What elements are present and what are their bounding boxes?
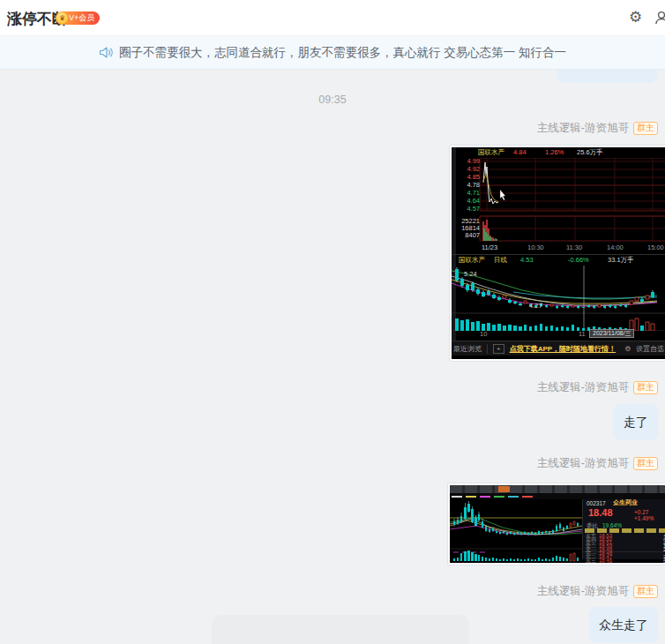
ma-dash <box>494 496 504 498</box>
quote-panel: 002317 众生药业 18.48 +0.27 +1.49% 委比 19.64%… <box>582 499 665 559</box>
stock-chart-content: 002317 众生药业 18.48 +0.27 +1.49% 委比 19.64%… <box>450 485 665 563</box>
stock-chart-image-zhongsheng[interactable]: 002317 众生药业 18.48 +0.27 +1.49% 委比 19.64%… <box>448 483 665 565</box>
chat-window: 涨停不断 ♛V+会员 ⚙ 圈子不需要很大，志同道合就行，朋友不需要很多，真心就行… <box>0 0 665 644</box>
price-tick: 4.64 <box>459 198 480 205</box>
weibi-label: 委比 <box>587 522 598 528</box>
time-tick: 14:00 <box>607 244 624 251</box>
vip-badge-label: V+会员 <box>69 13 94 22</box>
header: 涨停不断 ♛V+会员 ⚙ <box>0 0 665 36</box>
owner-badge: 群主 <box>633 585 658 598</box>
message-bubble[interactable]: 走了 <box>614 404 658 440</box>
price-tick: 4.85 <box>459 174 480 181</box>
members-icon[interactable] <box>654 10 665 26</box>
gear-icon[interactable]: ⚙ <box>629 10 642 26</box>
month-tick: 11 <box>579 331 586 338</box>
price-tick: 4.71 <box>459 190 480 197</box>
toolbar-divider <box>487 344 488 354</box>
chart-divider <box>452 254 665 255</box>
chart-bottom-fill <box>452 356 665 359</box>
price-tick: 4.78 <box>459 182 480 189</box>
sender-row: 主线逻辑-游资旭哥 群主 <box>537 122 658 135</box>
announcement-bar[interactable]: 圈子不需要很大，志同道合就行，朋友不需要很多，真心就行 交易心态第一 知行合一 <box>0 36 665 70</box>
stock-change: +0.27 <box>634 509 648 515</box>
high-price-label: 5.24 <box>464 271 477 278</box>
ma-dash <box>522 496 533 498</box>
orderbook-row: 买四18.45820 <box>583 563 665 564</box>
ob-label: 买四 <box>586 562 599 563</box>
banner-strip <box>585 528 665 533</box>
owner-badge: 群主 <box>633 381 658 394</box>
time-tick: 10:30 <box>527 244 544 251</box>
ma-dash <box>480 496 490 498</box>
settings-gear-icon: ⚙ <box>624 345 631 353</box>
stock-code: 002317 <box>587 500 606 506</box>
timestamp: 09:35 <box>0 94 665 106</box>
stock-price: 4.84 <box>513 149 527 156</box>
stock-pct: +1.49% <box>634 515 654 521</box>
price-tick: 4.92 <box>459 166 480 173</box>
stock-volume: 25.6万手 <box>577 149 603 156</box>
sender-row: 主线逻辑-游资旭哥 群主 <box>537 381 658 394</box>
toolbar-active-chip <box>498 486 510 492</box>
date-label: 2023/11/08/三 <box>589 329 634 338</box>
stock-name: 国联水产 <box>478 149 504 156</box>
recent-button[interactable]: 最近浏览 <box>453 344 482 354</box>
ma-dash <box>508 496 519 498</box>
sender-name[interactable]: 主线逻辑-游资旭哥 <box>537 121 629 136</box>
sender-row: 主线逻辑-游资旭哥 群主 <box>537 585 658 598</box>
time-tick: 11/23 <box>482 244 497 251</box>
ob-price: 18.45 <box>599 562 620 563</box>
stock-pct: -0.66% <box>568 257 589 264</box>
stock-price: 18.48 <box>588 507 613 518</box>
stock-price: 4.53 <box>520 257 534 264</box>
stock-pct: 1.26% <box>545 149 564 156</box>
month-tick: 10 <box>480 331 487 338</box>
announcement-text: 圈子不需要很大，志同道合就行，朋友不需要很多，真心就行 交易心态第一 知行合一 <box>119 45 566 61</box>
crown-icon: ♛ <box>56 12 68 24</box>
intraday-chart <box>452 158 665 243</box>
sender-name[interactable]: 主线逻辑-游资旭哥 <box>537 456 629 471</box>
daily-kline-chart <box>452 266 665 331</box>
owner-badge: 群主 <box>633 122 658 135</box>
download-app-link[interactable]: 点我下载APP，随时随地看行情！ <box>510 344 616 354</box>
ma-dash <box>452 496 462 498</box>
add-button[interactable]: + <box>493 344 504 354</box>
watchlist-settings-button[interactable]: 设置自选 <box>636 344 664 354</box>
daily-kline-chart <box>450 499 582 563</box>
stock-name: 国联水产 <box>459 257 485 264</box>
speaker-icon <box>99 46 113 59</box>
sender-name[interactable]: 主线逻辑-游资旭哥 <box>537 380 629 395</box>
time-tick: 15:00 <box>647 244 664 251</box>
low-price-label: 4.27 <box>529 303 542 310</box>
stock-name: 众生药业 <box>613 499 638 505</box>
message-bubble[interactable]: 众生走了 <box>589 607 658 643</box>
partial-message-bubble[interactable] <box>557 70 658 83</box>
ma-values-row <box>450 493 665 499</box>
stock-volume: 33.1万手 <box>608 257 634 264</box>
order-book: 卖五18.53411 卖四18.52477 卖三18.51231 卖二18.50… <box>583 535 665 563</box>
partial-message-bubble[interactable] <box>212 615 469 644</box>
price-tick: 4.57 <box>459 206 480 213</box>
time-tick: 11:30 <box>566 244 582 251</box>
stock-chart-image-guolian[interactable]: 国联水产 4.84 1.26% 25.6万手 4.99 <box>450 146 665 361</box>
weibi-value: 19.64% <box>602 522 622 528</box>
owner-badge: 群主 <box>633 457 658 470</box>
sender-row: 主线逻辑-游资旭哥 群主 <box>537 457 658 470</box>
ob-volume: 820 <box>620 562 665 563</box>
chart-app-toolbar: 最近浏览 + 点我下载APP，随时随地看行情！ ⚙ 设置自选 <box>452 341 665 356</box>
price-tick: 4.99 <box>459 158 480 165</box>
trading-app-toolbar <box>450 485 665 493</box>
stock-chart-content: 国联水产 4.84 1.26% 25.6万手 4.99 <box>452 147 665 359</box>
chart-period[interactable]: 日线 <box>494 257 507 264</box>
sender-name[interactable]: 主线逻辑-游资旭哥 <box>537 584 629 599</box>
ma-dash <box>466 496 476 498</box>
vol-tick: 8407 <box>453 232 480 239</box>
vip-badge: ♛V+会员 <box>56 11 100 25</box>
